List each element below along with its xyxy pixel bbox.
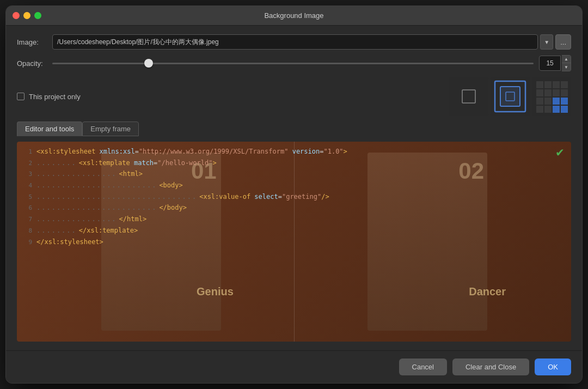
svg-rect-23 — [561, 106, 568, 113]
dialog-content: Image: /Users/codesheep/Desktop/图片/我心中的两… — [6, 26, 582, 350]
code-overlay: 1 <xsl:stylesheet xmlns:xsl = "http://ww… — [17, 142, 571, 342]
this-project-only-checkbox[interactable] — [17, 93, 24, 100]
cancel-button[interactable]: Cancel — [399, 358, 447, 375]
preview-icon-grid[interactable] — [532, 77, 571, 116]
maximize-button[interactable] — [34, 12, 41, 19]
svg-rect-13 — [544, 89, 552, 96]
slider-track — [52, 63, 534, 64]
code-line-1: 1 <xsl:stylesheet xmlns:xsl = "http://ww… — [17, 146, 571, 157]
svg-rect-8 — [536, 81, 543, 88]
opacity-value: 15 — [539, 56, 561, 71]
image-label: Image: — [17, 38, 47, 46]
preview-icon-nested[interactable] — [491, 77, 530, 116]
opacity-value-container: 15 ▲ ▼ — [539, 55, 571, 71]
minimize-button[interactable] — [23, 12, 30, 19]
svg-rect-22 — [553, 106, 560, 113]
tab-editor[interactable]: Editor and tools — [17, 121, 82, 136]
editor-area: 01 02 Genius Dancer 1 <xsl:stylesheet xm… — [17, 142, 571, 342]
opacity-row: Opacity: 15 ▲ ▼ — [17, 55, 571, 71]
browse-button[interactable]: ... — [555, 34, 571, 50]
svg-rect-5 — [500, 87, 520, 106]
code-line-8: 8 ........ </xsl:template> — [17, 225, 571, 236]
spinner-down[interactable]: ▼ — [562, 63, 571, 71]
spinner-up[interactable]: ▲ — [562, 56, 571, 63]
svg-rect-20 — [536, 106, 543, 113]
image-input-container: /Users/codesheep/Desktop/图片/我心中的两大偶像.jpe… — [52, 34, 571, 50]
slider-thumb[interactable] — [144, 59, 153, 68]
svg-rect-14 — [553, 89, 560, 96]
spinner-buttons: ▲ ▼ — [562, 55, 571, 71]
image-path-text: /Users/codesheep/Desktop/图片/我心中的两大偶像.jpe… — [57, 38, 533, 47]
code-line-7: 7 ................ </html> — [17, 214, 571, 225]
code-line-4: 4 ........................ <body> — [17, 180, 571, 191]
code-line-6: 6 ........................ </body> — [17, 202, 571, 214]
preview-icons — [449, 77, 571, 116]
preview-icon-plain[interactable] — [449, 77, 488, 116]
ok-button[interactable]: OK — [535, 358, 571, 375]
image-row: Image: /Users/codesheep/Desktop/图片/我心中的两… — [17, 34, 571, 50]
close-button[interactable] — [13, 12, 20, 19]
footer: Cancel Clear and Close OK — [6, 350, 582, 383]
svg-rect-11 — [561, 81, 568, 88]
annotation-arrow-icon — [506, 26, 538, 28]
svg-rect-15 — [561, 89, 568, 96]
background-image-dialog: Background Image Image: /Users/codesheep… — [5, 5, 583, 384]
svg-rect-1 — [449, 77, 488, 116]
code-line-5: 5 ................................ <xsl:… — [17, 191, 571, 203]
code-line-3: 3 ................ <html> — [17, 168, 571, 180]
svg-rect-21 — [544, 106, 552, 113]
opacity-slider[interactable] — [52, 63, 534, 64]
svg-rect-12 — [536, 89, 543, 96]
svg-rect-19 — [561, 98, 568, 105]
svg-rect-17 — [544, 98, 552, 105]
svg-rect-16 — [536, 98, 543, 105]
options-row: This project only — [17, 77, 571, 116]
window-controls — [13, 12, 41, 19]
code-line-9: 9 </xsl:stylesheet> — [17, 236, 571, 248]
tabs-row: Editor and tools Empty frame — [17, 121, 571, 136]
annotation: 设置自定义图片 — [449, 26, 538, 28]
svg-rect-18 — [553, 98, 560, 105]
clear-and-close-button[interactable]: Clear and Close — [452, 358, 529, 375]
code-line-2: 2 ........ <xsl:template match = "/hello… — [17, 157, 571, 169]
titlebar: Background Image — [6, 6, 582, 26]
tab-empty-frame[interactable]: Empty frame — [82, 121, 139, 136]
check-icon: ✔ — [555, 146, 565, 159]
this-project-only-label: This project only — [29, 93, 81, 101]
opacity-label: Opacity: — [17, 59, 47, 68]
checkbox-row: This project only — [17, 93, 81, 101]
image-path-field[interactable]: /Users/codesheep/Desktop/图片/我心中的两大偶像.jpe… — [52, 34, 538, 50]
svg-rect-10 — [553, 81, 560, 88]
dialog-title: Background Image — [264, 11, 323, 20]
dropdown-button[interactable]: ▼ — [540, 34, 553, 50]
svg-rect-9 — [544, 81, 552, 88]
